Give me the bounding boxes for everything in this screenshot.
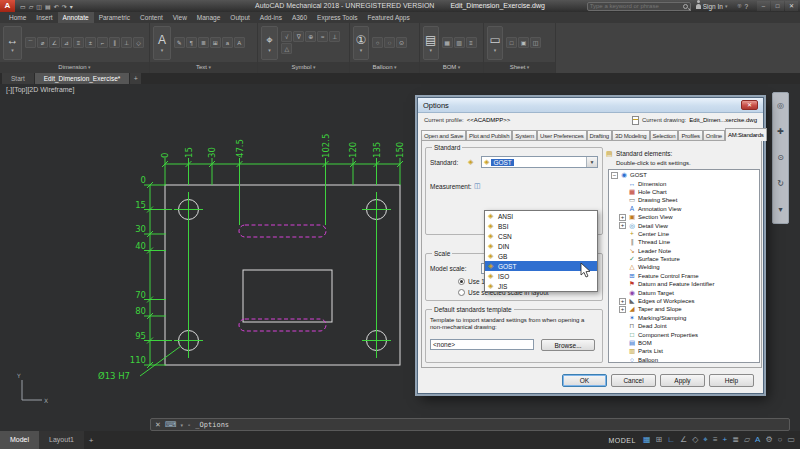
tree-item[interactable]: + ◣ Edges of Workpieces <box>609 297 759 305</box>
dialog-button[interactable]: Help <box>709 374 754 387</box>
ribbon-button-icon[interactable]: ⊥ <box>121 37 132 48</box>
grid-icon[interactable]: ▦ <box>643 431 651 449</box>
expand-icon[interactable]: + <box>619 214 626 221</box>
search-icon[interactable] <box>683 4 688 9</box>
ribbon-button-icon[interactable]: ◌ <box>384 37 395 48</box>
command-menu-icon[interactable]: ▾ <box>180 422 183 428</box>
isolate-objects-icon[interactable]: ○ <box>778 431 783 449</box>
lineweight-icon[interactable]: ≣ <box>732 431 739 449</box>
ribbon-button-icon[interactable]: ≣ <box>198 37 209 48</box>
ribbon-button-icon[interactable]: ∇ <box>293 31 304 42</box>
redo-icon[interactable]: ↷ <box>62 3 67 10</box>
tree-item[interactable]: ⊞ Feature Control Frame <box>609 272 759 280</box>
ribbon-button-icon[interactable]: ✎ <box>174 37 185 48</box>
snap-icon[interactable]: ⊞ <box>655 431 662 449</box>
otrack-icon[interactable]: ≡ <box>713 431 718 449</box>
ribbon-button-icon[interactable]: ≡ <box>73 37 84 48</box>
maximize-button[interactable]: □ <box>771 1 784 11</box>
tree-item[interactable]: ◉ Datum Target <box>609 288 759 296</box>
ribbon-button-icon[interactable]: a <box>222 37 233 48</box>
tree-item[interactable]: ○ Balloon <box>609 356 759 363</box>
plot-icon[interactable]: ▤ <box>45 3 51 10</box>
file-tab[interactable]: Edit_Dimension_Exercise* <box>35 73 130 84</box>
ribbon-tab[interactable]: A360 <box>287 12 312 23</box>
ribbon-tab[interactable]: View <box>168 12 192 23</box>
clean-screen-icon[interactable]: ▭ <box>787 431 795 449</box>
standard-option[interactable]: ◈ BSI <box>485 221 597 231</box>
ribbon-tab[interactable]: Annotate <box>58 12 94 23</box>
standard-option[interactable]: ◈ JIS <box>485 281 597 291</box>
dimension-button[interactable]: ↔ <box>3 26 22 60</box>
standard-option[interactable]: ◈ CSN <box>485 231 597 241</box>
dialog-tab[interactable]: AM:Standards <box>725 128 767 141</box>
tree-item[interactable]: ⚑ Datum and Feature Identifier <box>609 280 759 288</box>
ribbon-button-icon[interactable]: ▣ <box>518 37 529 48</box>
transparency-icon[interactable]: ▱ <box>744 431 750 449</box>
a360-icon[interactable]: ⌾ <box>737 2 741 10</box>
tree-item[interactable]: ▤ BOM <box>609 339 759 347</box>
isodraft-icon[interactable]: ◇ <box>692 431 698 449</box>
layout-tab[interactable]: Model <box>0 431 39 449</box>
ribbon-tab[interactable]: Featured Apps <box>362 12 414 23</box>
tree-item[interactable]: + ◎ Detail View <box>609 221 759 229</box>
ribbon-button-icon[interactable]: ⊕ <box>305 31 316 42</box>
browse-button[interactable]: Browse... <box>541 339 595 351</box>
standard-option[interactable]: ◈ GB <box>485 251 597 261</box>
dialog-button[interactable]: Cancel <box>611 374 656 387</box>
panel-label-symbol[interactable]: Symbol <box>258 62 349 73</box>
template-field[interactable]: <none> <box>430 339 534 350</box>
ribbon-button-icon[interactable]: ∥ <box>109 37 120 48</box>
bom-button[interactable]: ▤ <box>423 26 439 60</box>
navbar-more-icon[interactable]: ▾ <box>778 205 782 215</box>
ribbon-button-icon[interactable]: ◫ <box>530 37 541 48</box>
ribbon-button-icon[interactable]: □ <box>506 37 517 48</box>
tree-item[interactable]: ▭ Drawing Sheet <box>609 196 759 204</box>
standard-elements-tree[interactable]: − ◉ GOST ↔ Dimension ▦ Hole Chart <box>608 169 760 363</box>
ribbon-button-icon[interactable]: ⊙ <box>396 37 407 48</box>
ribbon-tab[interactable]: Express Tools <box>312 12 362 23</box>
tree-item[interactable]: + ◢ Taper and Slope <box>609 305 759 313</box>
zoom-icon[interactable]: ⊙ <box>777 153 784 163</box>
orbit-icon[interactable]: ↻ <box>777 179 784 189</box>
tree-root-gost[interactable]: − ◉ GOST <box>609 171 759 179</box>
polar-icon[interactable]: ∠ <box>680 431 687 449</box>
ribbon-button-icon[interactable]: ∠ <box>49 37 60 48</box>
ribbon-tab[interactable]: Insert <box>31 12 57 23</box>
dialog-title-bar[interactable]: Options ✕ <box>418 98 763 113</box>
tree-item[interactable]: ✶ Marking/Stamping <box>609 314 759 322</box>
ribbon-button-icon[interactable]: ◇ <box>133 37 144 48</box>
ribbon-button-icon[interactable]: ⊿ <box>61 37 72 48</box>
tree-item[interactable]: ↘ Leader Note <box>609 247 759 255</box>
ribbon-tab[interactable]: Output <box>225 12 255 23</box>
panel-label-dimension[interactable]: Dimension <box>0 62 149 73</box>
tree-item[interactable]: ∥ Thread Line <box>609 238 759 246</box>
panel-label-text[interactable]: Text <box>150 62 257 73</box>
ribbon-button-icon[interactable]: ▥ <box>454 37 465 48</box>
dialog-close-button[interactable]: ✕ <box>741 100 758 110</box>
tree-item[interactable]: △ Welding <box>609 263 759 271</box>
ribbon-button-icon[interactable]: ≈ <box>317 31 328 42</box>
help-search-field[interactable] <box>587 2 691 11</box>
tree-item[interactable]: ✓ Surface Texture <box>609 255 759 263</box>
model-space-label[interactable]: MODEL <box>609 437 636 444</box>
symbol-button[interactable]: ⌖ <box>261 26 278 60</box>
panel-label-sheet[interactable]: Sheet <box>484 62 555 73</box>
ribbon-button-icon[interactable]: ⌀ <box>37 37 48 48</box>
panel-label-bom[interactable]: BOM <box>420 62 483 73</box>
ribbon-tab[interactable]: Home <box>4 12 31 23</box>
help-icon[interactable]: ? <box>744 3 748 10</box>
ribbon-button-icon[interactable]: ⌒ <box>25 37 36 48</box>
tree-item[interactable]: □ Component Properties <box>609 330 759 338</box>
new-file-icon[interactable]: ▭ <box>20 3 26 10</box>
ribbon-tab[interactable]: Content <box>135 12 168 23</box>
expand-icon[interactable]: + <box>619 298 626 305</box>
ribbon-button-icon[interactable]: ± <box>85 37 96 48</box>
pan-icon[interactable]: ✚ <box>777 127 784 137</box>
standard-option[interactable]: ◈ DIN <box>485 241 597 251</box>
autocad-logo-icon[interactable]: A <box>0 0 15 12</box>
ribbon-tab[interactable]: Parametric <box>94 12 135 23</box>
expand-icon[interactable]: + <box>619 222 626 229</box>
dialog-button[interactable]: Apply <box>660 374 705 387</box>
layout-tab[interactable]: Layout1 <box>39 431 84 449</box>
dialog-button[interactable]: OK <box>562 374 607 387</box>
